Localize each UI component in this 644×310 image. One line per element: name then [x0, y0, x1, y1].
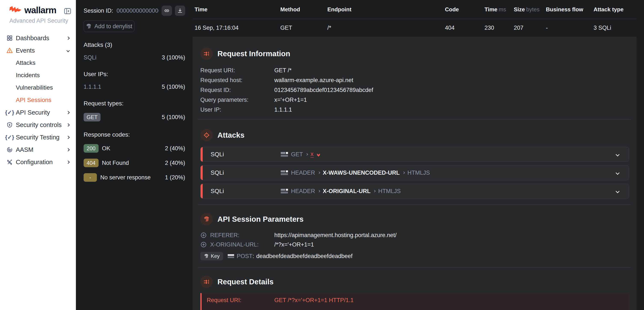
request-details-section-header: Request Details: [200, 276, 636, 288]
attack-type-count: 3 (100%): [162, 54, 185, 61]
parameter-value: https://apimanagement.hosting.portal.azu…: [274, 232, 396, 238]
request-types-label: Request types:: [84, 100, 185, 107]
rings-icon: [6, 146, 13, 153]
request-row[interactable]: 16 Sep, 17:16:04 GET /* 404 230 207 - 3 …: [193, 19, 644, 37]
attack-type-label: SQLi: [210, 169, 281, 176]
sidebar-collapse-icon[interactable]: [63, 7, 72, 16]
circle-plus-icon[interactable]: [200, 232, 207, 238]
parameter-icon: [281, 188, 288, 194]
column-attack-type: Attack type: [594, 6, 636, 13]
cell-endpoint: /*: [327, 24, 445, 31]
fingerprint-icon: [204, 254, 209, 259]
session-parameter-row: REFERER: https://apimanagement.hosting.p…: [200, 230, 636, 240]
chevron-right-icon: [66, 160, 70, 164]
request-type-count: 5 (100%): [162, 114, 185, 120]
chevron-separator-icon: [318, 172, 320, 174]
chevron-right-icon: [66, 123, 70, 126]
sidebar-item-label: Security controls: [16, 122, 62, 128]
sidebar-item-label: API Security: [16, 109, 50, 116]
sidebar-item-label: Events: [16, 47, 35, 54]
response-code-stat: - No server response 1 (20%): [84, 173, 185, 182]
attack-accent-bar: [200, 166, 203, 180]
chevron-separator-icon: [373, 190, 376, 192]
method-badge: GET: [84, 113, 100, 122]
sidebar-item-label: Security Testing: [16, 134, 60, 141]
sidebar-item-vulnerabilities[interactable]: Vulnerabilities: [0, 82, 76, 94]
request-uri-label: Request URI:: [207, 297, 274, 304]
add-to-denylist-label: Add to denylist: [94, 23, 132, 30]
attacks-count-header: Attacks (3): [84, 42, 185, 48]
tools-icon: [6, 158, 13, 166]
status-text: Not Found: [102, 160, 129, 166]
sidebar-item-configuration[interactable]: Configuration: [0, 156, 76, 168]
circle-plus-icon[interactable]: [200, 241, 207, 248]
sidebar-item-api-sessions[interactable]: API Sessions: [0, 94, 76, 106]
add-to-denylist-button[interactable]: Add to denylist: [84, 20, 134, 32]
attack-param[interactable]: x: [311, 151, 314, 158]
sidebar-item-incidents[interactable]: Incidents: [0, 69, 76, 82]
download-button[interactable]: [175, 6, 185, 16]
user-ip-value: 1.1.1.1: [84, 84, 101, 90]
user-ip-count: 5 (100%): [162, 84, 185, 90]
sidebar-item-aasm[interactable]: AASM: [0, 144, 76, 156]
attack-row[interactable]: SQLi HEADER X-ORIGINAL-URL HTMLJS: [200, 184, 629, 198]
section-title: Attacks: [218, 131, 244, 140]
status-text: OK: [102, 145, 110, 152]
brand-subtitle: Advanced API Security: [10, 18, 72, 24]
sidebar-item-security-controls[interactable]: Security controls: [0, 119, 76, 131]
fingerprint-icon: [86, 23, 92, 29]
expand-chevron-icon[interactable]: [616, 152, 620, 156]
cell-business-flow: -: [546, 24, 594, 31]
requests-list: Time Method Endpoint Code Timems Sizebyt…: [193, 0, 644, 310]
session-parameters-section-header: API Session Parameters: [200, 213, 636, 225]
attack-point: HEADER X-ORIGINAL-URL HTMLJS: [281, 188, 401, 194]
sidebar-item-events[interactable]: Events: [0, 44, 76, 57]
sidebar-item-api-security[interactable]: {✓} API Security: [0, 106, 76, 119]
response-code-stat: 200 OK 2 (40%): [84, 144, 185, 153]
attack-type-label: SQLi: [210, 188, 281, 194]
chevron-right-icon: [66, 148, 70, 151]
status-count: 2 (40%): [165, 145, 185, 152]
attack-point: HEADER X-WAWS-UNENCODED-URL HTMLJS: [281, 170, 430, 176]
column-endpoint: Endpoint: [327, 6, 445, 13]
parameter-value: /*?x='+OR+1=1: [274, 241, 314, 248]
response-codes-label: Response codes:: [84, 131, 185, 138]
brand: wallarm Advanced API Security: [0, 0, 76, 24]
sidebar-item-label: AASM: [16, 146, 33, 153]
braces-check-icon: {✓}: [6, 134, 13, 141]
cell-code: 404: [445, 24, 484, 31]
user-ips-label: User IPs:: [84, 71, 185, 78]
expand-chevron-icon[interactable]: [616, 189, 620, 193]
attack-accent-bar: [200, 147, 203, 162]
sidebar-item-dashboards[interactable]: Dashboards: [0, 32, 76, 44]
copy-link-button[interactable]: [162, 6, 172, 16]
sidebar-item-attacks[interactable]: Attacks: [0, 57, 76, 69]
info-field: Query parameters:x='+OR+1=1: [200, 95, 636, 105]
chevron-separator-icon: [306, 153, 308, 156]
sidebar-item-security-testing[interactable]: {✓} Security Testing: [0, 131, 76, 144]
cell-time-ms: 230: [484, 24, 514, 31]
attack-row[interactable]: SQLi HEADER X-WAWS-UNENCODED-URL HTMLJS: [200, 165, 629, 180]
body-parameter-icon: [228, 254, 234, 258]
status-badge: 200: [84, 144, 98, 153]
info-field: Request URI:GET /*: [200, 66, 636, 75]
key-badge-label: Key: [211, 253, 220, 259]
section-divider: [198, 267, 631, 268]
attacks-section-header: Attacks: [200, 129, 636, 141]
session-summary-panel: Session ID: 00000000000000... Add to den…: [76, 0, 193, 310]
cell-attack-type: 3 SQLi: [594, 24, 644, 31]
expand-chevron-icon[interactable]: [616, 171, 620, 175]
fingerprint-icon: [200, 213, 213, 225]
section-title: Request Information: [218, 50, 290, 58]
section-title: Request Details: [218, 278, 274, 286]
attack-type-label: SQLi: [210, 151, 281, 158]
parameter-name: REFERER:: [210, 232, 274, 238]
section-divider: [198, 119, 631, 120]
chevron-separator-icon: [402, 172, 405, 174]
info-field: Request ID:0123456789abcdef0123456789abc…: [200, 85, 636, 95]
status-badge: 404: [84, 159, 98, 167]
response-code-stat: 404 Not Found 2 (40%): [84, 159, 185, 167]
session-key-row: Key POST: deadbeefdeadbeefdeadbeefdeadbe…: [200, 251, 636, 261]
attack-row[interactable]: SQLi GET x: [200, 147, 629, 162]
grid-icon: [6, 34, 13, 42]
